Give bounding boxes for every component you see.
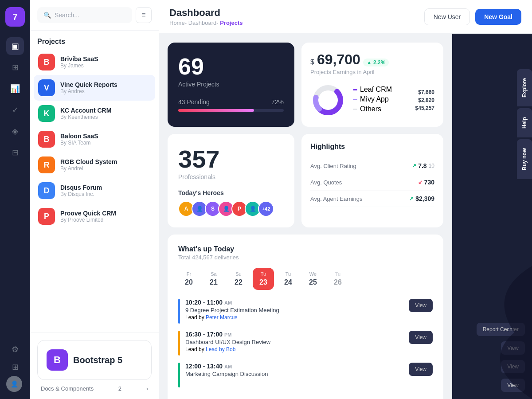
project-by-baloon: By SIA Team <box>60 140 98 146</box>
earnings-top: $ 69,700 ▲ 2.2% <box>310 51 434 68</box>
event-2-time: 16:30 - 17:00 PM <box>185 331 270 338</box>
earnings-number: 69,700 <box>317 51 360 68</box>
highlight-quotes: Avg. Quotes ↙ 730 <box>310 174 434 191</box>
main: Dashboard Home- Dashboard- Projects New … <box>159 0 532 399</box>
earnings-badge: ▲ 2.2% <box>363 59 389 66</box>
professionals-label: Professionals <box>178 173 284 180</box>
side-tab-buy[interactable]: Buy now <box>517 139 532 179</box>
event-2-lead: Lead by Lead by Bob <box>185 346 270 352</box>
project-logo-kc: K <box>38 105 55 122</box>
event-3-view-btn[interactable]: View <box>409 363 433 376</box>
project-item-kc[interactable]: K KC Account CRM By Keenthemes <box>34 101 155 126</box>
legend-leaf-value: $7,660 <box>418 89 434 95</box>
highlight-earnings-label: Avg. Agent Earnings <box>310 196 363 202</box>
breadcrumb: Home- Dashboard- Projects <box>169 20 243 26</box>
legend-leaf: Leaf CRM <box>353 86 408 94</box>
event-3-ampm: AM <box>224 364 232 369</box>
project-item-disqus[interactable]: D Disqus Forum By Disqus Inc. <box>34 178 155 203</box>
new-goal-button[interactable]: New Goal <box>475 9 521 25</box>
project-item-rgb[interactable]: R RGB Cloud System By Andrei <box>34 152 155 178</box>
project-info-disqus: Disqus Forum By Disqus Inc. <box>60 184 102 197</box>
breadcrumb-dash: Dashboard- <box>188 20 219 26</box>
cal-day-26[interactable]: Tu 26 <box>327 268 348 290</box>
nav-icon-chart[interactable]: 📊 <box>6 80 24 98</box>
day-name-24: Tu <box>286 271 291 277</box>
project-info-proove: Proove Quick CRM By Proove Limited <box>60 210 116 223</box>
project-item-vine[interactable]: V Vine Quick Reports By Andres <box>34 75 155 101</box>
legend-values: $7,660 $2,820 $45,257 <box>415 89 434 111</box>
docs-row[interactable]: Docs & Components 2 › <box>37 380 152 392</box>
project-name-kc: KC Account CRM <box>60 107 111 114</box>
nav-icon-check[interactable]: ✓ <box>6 101 24 119</box>
event-1-view-btn[interactable]: View <box>409 299 433 312</box>
second-row: 357 Professionals Today's Heroes A 👤 S 👤… <box>168 134 443 227</box>
legend-dot-leaf <box>353 89 357 90</box>
pending-row: 43 Pending 72% <box>178 98 284 106</box>
project-item-baloon[interactable]: B Baloon SaaS By SIA Team <box>34 126 155 152</box>
right-panel: Explore Help Buy now Report Cecnter View… <box>452 34 532 399</box>
avatar-more: +42 <box>258 201 274 217</box>
project-info-baloon: Baloon SaaS By SIA Team <box>60 133 98 146</box>
nav-user-avatar[interactable]: 👤 <box>6 376 22 392</box>
event-1-lead-link[interactable]: Peter Marcus <box>206 314 237 321</box>
event-1-details: 10:20 - 11:00 AM 9 Degree Project Estima… <box>185 299 279 321</box>
nav-icon-dashboard[interactable]: ▣ <box>6 37 24 55</box>
nav-icon-layers[interactable]: ◈ <box>6 122 24 140</box>
event-1-lead: Lead by Peter Marcus <box>185 314 279 321</box>
day-num-25: 25 <box>309 278 317 286</box>
project-info-vine: Vine Quick Reports By Andres <box>60 81 117 94</box>
bootstrap-card[interactable]: B Bootstrap 5 <box>37 340 152 380</box>
content-main: 69 Active Projects 43 Pending 72% $ 69,7… <box>159 34 452 399</box>
project-info-briviba: Briviba SaaS By James <box>60 55 98 69</box>
legend-others: Others <box>353 105 408 113</box>
highlight-rating: Avg. Client Rating ↗ 7.8 10 <box>310 158 434 174</box>
project-item-briviba[interactable]: B Briviba SaaS By James <box>34 49 155 75</box>
side-tab-explore[interactable]: Explore <box>517 69 532 106</box>
event-3-view: View <box>409 363 433 376</box>
dollar-sign: $ <box>310 58 314 66</box>
project-by-rgb: By Andrei <box>60 165 117 172</box>
progress-fill <box>178 109 254 112</box>
bootstrap-name: Bootstrap 5 <box>73 355 122 365</box>
nav-icon-settings[interactable]: ⚙ <box>6 340 24 358</box>
filter-button[interactable]: ≡ <box>136 7 152 23</box>
nav-avatar[interactable]: 7 <box>5 7 25 27</box>
project-logo-briviba: B <box>38 54 55 70</box>
earnings-agent: $2,309 <box>415 195 434 202</box>
side-tabs: Explore Help Buy now <box>517 69 532 180</box>
highlights-title: Highlights <box>310 143 434 151</box>
day-name-22: Su <box>235 271 241 277</box>
project-by-proove: By Proove Limited <box>60 217 116 223</box>
side-tab-help[interactable]: Help <box>517 108 532 137</box>
project-logo-rgb: R <box>38 156 55 173</box>
project-by-vine: By Andres <box>60 88 117 94</box>
calendar-header: What's up Today Total 424,567 deliveries <box>178 245 433 261</box>
breadcrumb-active: Projects <box>220 20 243 26</box>
highlight-rating-value: ↗ 7.8 10 <box>412 162 434 169</box>
project-item-proove[interactable]: P Proove Quick CRM By Proove Limited <box>34 203 155 229</box>
cal-day-20[interactable]: Fr 20 <box>178 268 200 290</box>
project-name-baloon: Baloon SaaS <box>60 133 98 140</box>
nav-icon-grid[interactable]: ⊞ <box>6 59 24 76</box>
event-2-view-btn[interactable]: View <box>409 331 433 344</box>
search-box[interactable]: 🔍 Search... <box>37 7 132 23</box>
earnings-label: Projects Earnings in April <box>310 69 434 75</box>
new-user-button[interactable]: New User <box>424 8 470 25</box>
cal-day-21[interactable]: Sa 21 <box>203 268 224 290</box>
event-2-lead-link[interactable]: Lead by Bob <box>206 346 235 352</box>
highlight-quotes-label: Avg. Quotes <box>310 179 342 186</box>
legend-area: Leaf CRM Mivy App Others <box>353 86 408 115</box>
cal-day-24[interactable]: Tu 24 <box>278 268 299 290</box>
nav-icon-briefcase[interactable]: ⊟ <box>6 144 24 161</box>
highlight-earnings: Avg. Agent Earnings ↗ $2,309 <box>310 191 434 207</box>
professionals-card: 357 Professionals Today's Heroes A 👤 S 👤… <box>168 134 294 227</box>
cal-day-23[interactable]: Tu 23 <box>253 268 274 290</box>
nav-icon-grid2[interactable]: ⊞ <box>6 358 24 376</box>
event-bar-1 <box>178 299 180 324</box>
docs-chevron-icon: › <box>146 385 148 392</box>
earnings-card: $ 69,700 ▲ 2.2% Projects Earnings in Apr… <box>301 43 443 127</box>
cal-day-25[interactable]: We 25 <box>302 268 324 290</box>
arrow-up-icon-2: ↗ <box>409 196 414 202</box>
cal-day-22[interactable]: Su 22 <box>228 268 249 290</box>
docs-count: 2 <box>118 385 121 392</box>
